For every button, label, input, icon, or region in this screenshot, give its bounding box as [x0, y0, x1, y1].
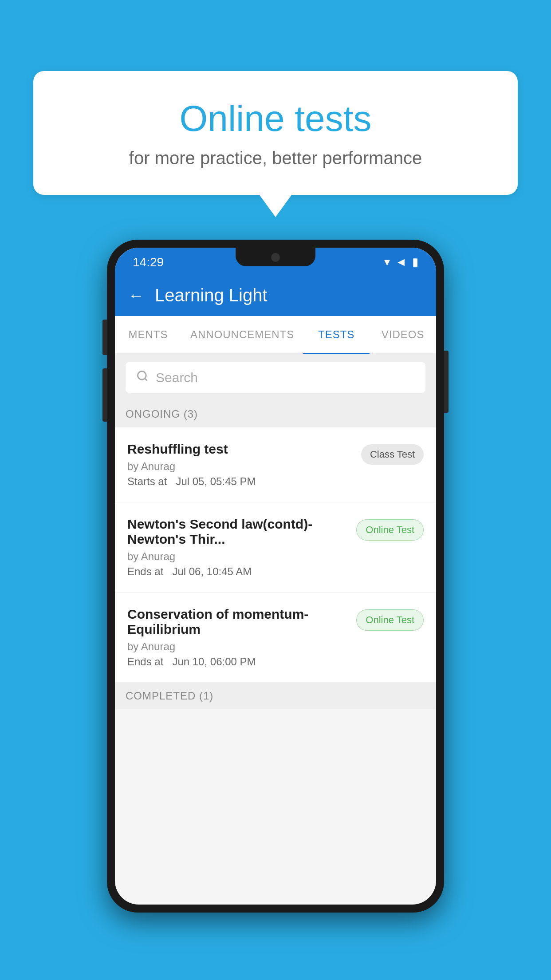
search-placeholder-text: Search — [156, 370, 198, 385]
test-by: by Anurag — [127, 460, 352, 473]
test-time-value: Jul 05, 05:45 PM — [176, 475, 256, 487]
phone-outer: 14:29 ▾ ◄ ▮ ← Learning Light MENTS ANNOU… — [107, 240, 444, 913]
test-by: by Anurag — [127, 550, 347, 563]
phone-screen: 14:29 ▾ ◄ ▮ ← Learning Light MENTS ANNOU… — [115, 248, 436, 905]
test-time: Starts at Jul 05, 05:45 PM — [127, 475, 352, 488]
signal-icon: ◄ — [395, 255, 407, 269]
test-name: Newton's Second law(contd)-Newton's Thir… — [127, 517, 347, 547]
completed-section-header: COMPLETED (1) — [115, 683, 436, 709]
tab-videos[interactable]: VIDEOS — [370, 316, 436, 353]
test-time: Ends at Jun 10, 06:00 PM — [127, 656, 347, 668]
test-time-value: Jul 06, 10:45 AM — [172, 565, 252, 577]
test-info: Reshuffling test by Anurag Starts at Jul… — [127, 442, 361, 488]
completed-label: COMPLETED (1) — [126, 690, 213, 702]
status-time: 14:29 — [133, 255, 164, 269]
tabs-container: MENTS ANNOUNCEMENTS TESTS VIDEOS — [115, 316, 436, 354]
test-info: Conservation of momentum-Equilibrium by … — [127, 607, 356, 668]
wifi-icon: ▾ — [384, 255, 390, 269]
battery-icon: ▮ — [412, 255, 418, 269]
test-name: Reshuffling test — [127, 442, 352, 457]
ongoing-section-header: ONGOING (3) — [115, 401, 436, 427]
test-time-label: Ends at — [127, 656, 163, 668]
svg-point-0 — [138, 371, 146, 380]
status-icons: ▾ ◄ ▮ — [384, 255, 418, 269]
online-test-badge: Online Test — [356, 519, 424, 541]
search-bar[interactable]: Search — [126, 362, 425, 393]
class-test-badge: Class Test — [361, 444, 424, 465]
bubble-title: Online tests — [69, 98, 482, 139]
speech-bubble: Online tests for more practice, better p… — [33, 71, 518, 195]
test-info: Newton's Second law(contd)-Newton's Thir… — [127, 517, 356, 578]
promo-section: Online tests for more practice, better p… — [33, 71, 518, 195]
test-name: Conservation of momentum-Equilibrium — [127, 607, 347, 637]
tab-tests[interactable]: TESTS — [303, 316, 370, 353]
test-time-label: Ends at — [127, 565, 163, 577]
search-icon — [136, 369, 149, 386]
test-item[interactable]: Reshuffling test by Anurag Starts at Jul… — [115, 427, 436, 502]
svg-line-1 — [145, 378, 147, 380]
back-button[interactable]: ← — [128, 286, 144, 305]
tests-list: Reshuffling test by Anurag Starts at Jul… — [115, 427, 436, 683]
test-time: Ends at Jul 06, 10:45 AM — [127, 565, 347, 578]
app-title: Learning Light — [155, 285, 268, 305]
status-bar: 14:29 ▾ ◄ ▮ — [115, 248, 436, 277]
test-item[interactable]: Conservation of momentum-Equilibrium by … — [115, 593, 436, 683]
side-button-volume-down — [102, 368, 107, 422]
test-by: by Anurag — [127, 640, 347, 653]
app-header: ← Learning Light — [115, 277, 436, 316]
phone-mockup: 14:29 ▾ ◄ ▮ ← Learning Light MENTS ANNOU… — [107, 240, 444, 913]
online-test-badge-2: Online Test — [356, 609, 424, 631]
search-section: Search — [115, 354, 436, 401]
test-time-value: Jun 10, 06:00 PM — [172, 656, 256, 668]
test-time-label: Starts at — [127, 475, 167, 487]
tab-ments[interactable]: MENTS — [115, 316, 181, 353]
side-button-volume-up — [102, 320, 107, 355]
test-item[interactable]: Newton's Second law(contd)-Newton's Thir… — [115, 502, 436, 593]
side-button-power — [444, 351, 449, 413]
ongoing-label: ONGOING (3) — [126, 408, 198, 420]
tab-announcements[interactable]: ANNOUNCEMENTS — [181, 316, 303, 353]
bubble-subtitle: for more practice, better performance — [69, 148, 482, 168]
